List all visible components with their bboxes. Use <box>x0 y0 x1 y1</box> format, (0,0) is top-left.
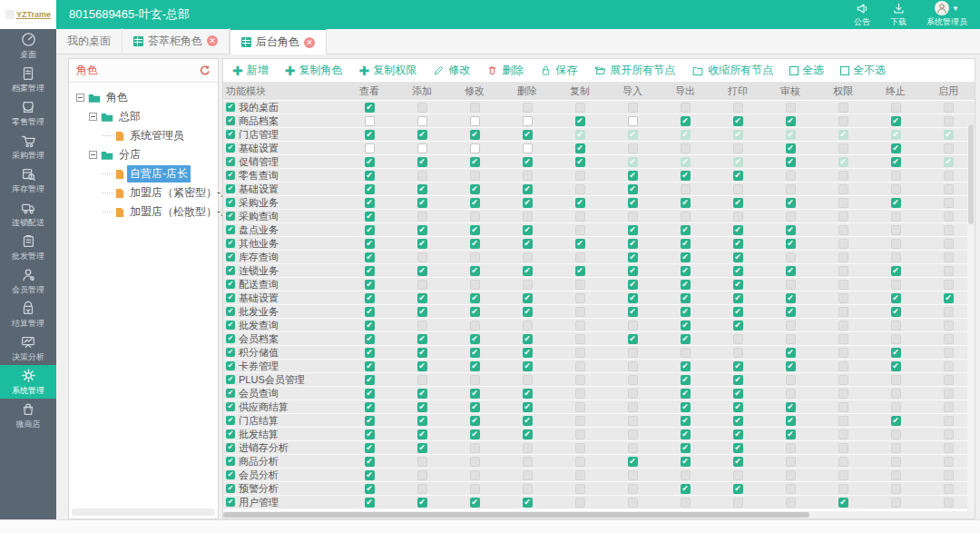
permission-checkbox-终止[interactable] <box>891 443 901 453</box>
permission-checkbox-添加[interactable]: ✔ <box>417 266 427 276</box>
tree-node-加盟店（紧密型）-店长[interactable]: 加盟店（紧密型）-店长 <box>73 183 214 202</box>
permission-checkbox-删除[interactable]: ✔ <box>523 293 533 303</box>
permission-checkbox-删除[interactable]: ✔ <box>523 184 533 194</box>
permission-checkbox-导出[interactable]: ✔ <box>681 266 691 276</box>
sidebar-item-档案管理[interactable]: 档案管理 <box>0 63 56 96</box>
permission-checkbox-删除[interactable]: ✔ <box>523 198 533 208</box>
permission-checkbox-启用[interactable] <box>944 443 954 453</box>
permission-checkbox-复制[interactable] <box>575 212 585 222</box>
app-logo[interactable]: YZTrame <box>0 0 56 29</box>
permission-checkbox-启用[interactable] <box>944 334 954 344</box>
permission-checkbox-权限[interactable] <box>838 198 848 208</box>
permission-checkbox-权限[interactable] <box>838 116 848 126</box>
permission-checkbox-添加[interactable]: ✔ <box>417 402 427 412</box>
permission-checkbox-审核[interactable]: ✔ <box>786 143 796 153</box>
permission-checkbox-导出[interactable] <box>681 470 691 480</box>
permission-checkbox-终止[interactable] <box>891 429 901 439</box>
permission-checkbox-添加[interactable] <box>417 321 427 331</box>
permission-checkbox-导入[interactable] <box>628 389 638 399</box>
修改-button[interactable]: 修改 <box>433 63 470 78</box>
permission-checkbox-审核[interactable]: ✔ <box>786 429 796 439</box>
permission-checkbox-导入[interactable] <box>628 498 638 508</box>
permission-checkbox-终止[interactable] <box>891 252 901 262</box>
permission-checkbox-终止[interactable] <box>891 103 901 113</box>
module-checkbox[interactable]: ✔ <box>226 484 235 493</box>
module-checkbox[interactable]: ✔ <box>226 198 235 207</box>
permission-checkbox-查看[interactable]: ✔ <box>365 198 375 208</box>
permission-checkbox-审核[interactable] <box>786 389 796 399</box>
permission-checkbox-启用[interactable] <box>944 429 954 439</box>
permission-checkbox-审核[interactable] <box>786 470 796 480</box>
permission-checkbox-权限[interactable] <box>838 143 848 153</box>
permission-checkbox-修改[interactable] <box>470 375 480 385</box>
permission-checkbox-导入[interactable] <box>628 402 638 412</box>
permission-checkbox-复制[interactable] <box>575 361 585 371</box>
permission-checkbox-终止[interactable]: ✔ <box>891 307 901 317</box>
tree-node-分店[interactable]: 分店 <box>73 145 214 164</box>
module-checkbox[interactable]: ✔ <box>226 429 235 439</box>
permission-checkbox-审核[interactable] <box>786 103 796 113</box>
module-checkbox[interactable]: ✔ <box>226 225 235 234</box>
permission-checkbox-审核[interactable] <box>786 184 796 194</box>
permission-checkbox-打印[interactable]: ✔ <box>733 157 743 167</box>
user-menu[interactable]: ▼系统管理员 <box>926 2 967 28</box>
permission-checkbox-导入[interactable]: ✔ <box>628 307 638 317</box>
permission-checkbox-导入[interactable]: ✔ <box>628 252 638 262</box>
permission-checkbox-添加[interactable]: ✔ <box>417 361 427 371</box>
permission-checkbox-修改[interactable]: ✔ <box>470 293 480 303</box>
module-checkbox[interactable]: ✔ <box>226 348 235 357</box>
permission-checkbox-导入[interactable] <box>628 416 638 426</box>
permission-checkbox-打印[interactable]: ✔ <box>733 361 743 371</box>
permission-checkbox-权限[interactable] <box>838 416 848 426</box>
sidebar-item-会员管理[interactable]: 会员管理 <box>0 264 56 298</box>
permission-checkbox-导出[interactable]: ✔ <box>681 389 691 399</box>
permission-checkbox-查看[interactable]: ✔ <box>365 225 375 235</box>
permission-checkbox-打印[interactable]: ✔ <box>733 116 743 126</box>
permission-checkbox-导入[interactable]: ✔ <box>628 457 638 467</box>
permission-checkbox-添加[interactable]: ✔ <box>417 239 427 249</box>
permission-checkbox-删除[interactable] <box>523 143 533 153</box>
permission-checkbox-添加[interactable]: ✔ <box>417 157 427 167</box>
permission-checkbox-修改[interactable]: ✔ <box>470 266 480 276</box>
permission-checkbox-审核[interactable] <box>786 498 796 508</box>
permission-checkbox-查看[interactable]: ✔ <box>365 103 375 113</box>
permission-checkbox-导入[interactable] <box>628 103 638 113</box>
permission-checkbox-审核[interactable]: ✔ <box>786 157 796 167</box>
sidebar-item-决策分析[interactable]: 决策分析 <box>0 331 56 365</box>
permission-checkbox-查看[interactable]: ✔ <box>365 484 375 494</box>
module-checkbox[interactable]: ✔ <box>226 389 235 398</box>
permission-checkbox-查看[interactable]: ✔ <box>365 239 375 249</box>
permission-checkbox-修改[interactable] <box>470 321 480 331</box>
permission-checkbox-查看[interactable]: ✔ <box>365 498 375 508</box>
permission-checkbox-启用[interactable] <box>944 184 954 194</box>
module-checkbox[interactable]: ✔ <box>226 321 235 330</box>
permission-checkbox-审核[interactable]: ✔ <box>786 225 796 235</box>
permission-checkbox-审核[interactable] <box>786 252 796 262</box>
module-checkbox[interactable]: ✔ <box>226 443 235 452</box>
permission-checkbox-修改[interactable]: ✔ <box>470 157 480 167</box>
permission-checkbox-打印[interactable] <box>733 143 743 153</box>
permission-checkbox-终止[interactable] <box>891 389 901 399</box>
permission-checkbox-复制[interactable]: ✔ <box>575 116 585 126</box>
module-checkbox[interactable]: ✔ <box>226 293 235 302</box>
vertical-scrollbar[interactable] <box>967 124 975 511</box>
permission-checkbox-删除[interactable] <box>523 252 533 262</box>
permission-checkbox-添加[interactable]: ✔ <box>417 334 427 344</box>
permission-checkbox-修改[interactable] <box>470 143 480 153</box>
module-checkbox[interactable]: ✔ <box>226 116 235 125</box>
permission-checkbox-查看[interactable]: ✔ <box>365 307 375 317</box>
permission-checkbox-打印[interactable]: ✔ <box>733 280 743 290</box>
permission-checkbox-复制[interactable] <box>575 348 585 358</box>
permission-checkbox-查看[interactable]: ✔ <box>365 293 375 303</box>
permission-checkbox-导入[interactable]: ✔ <box>628 334 638 344</box>
permission-checkbox-导出[interactable] <box>681 498 691 508</box>
permission-checkbox-删除[interactable] <box>523 457 533 467</box>
permission-checkbox-修改[interactable]: ✔ <box>470 416 480 426</box>
permission-checkbox-导出[interactable]: ✔ <box>681 116 691 126</box>
permission-checkbox-导出[interactable]: ✔ <box>681 280 691 290</box>
permission-checkbox-查看[interactable]: ✔ <box>365 321 375 331</box>
permission-checkbox-终止[interactable] <box>891 171 901 181</box>
permission-checkbox-终止[interactable]: ✔ <box>891 143 901 153</box>
permission-checkbox-审核[interactable] <box>786 375 796 385</box>
permission-checkbox-导入[interactable] <box>628 321 638 331</box>
